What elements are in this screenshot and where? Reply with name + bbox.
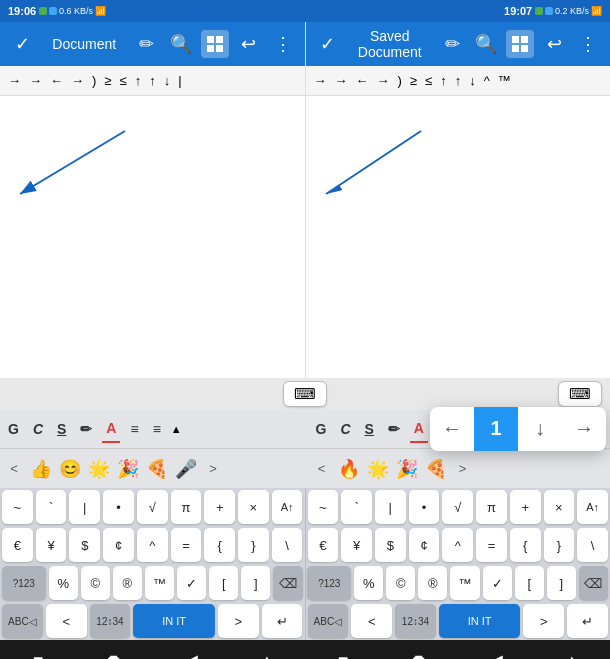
key-times-r[interactable]: × [544,490,575,524]
bottom-back-left[interactable]: ◀ [173,643,209,659]
bottom-circle-right[interactable]: ⏺ [401,643,437,659]
bottom-up-left[interactable]: ▲ [249,643,285,659]
left-pen-icon[interactable]: ✏ [133,30,161,58]
right-undo-icon[interactable]: ↩ [540,30,568,58]
key-rbrace-l[interactable]: } [238,528,269,562]
left-check-icon[interactable]: ✓ [8,30,36,58]
emoji-pizza2[interactable]: 🍕 [422,458,450,480]
kb-right-highlight[interactable]: ✏ [384,415,404,443]
key-num-r[interactable]: 12↕34 [395,604,436,638]
key-init-r[interactable]: IN IT [439,604,521,638]
right-pen-icon[interactable]: ✏ [438,30,466,58]
left-search-icon[interactable]: 🔍 [167,30,195,58]
key-check-r[interactable]: ✓ [483,566,512,600]
key-cent-r[interactable]: ¢ [409,528,440,562]
key-backslash-l[interactable]: \ [272,528,303,562]
np-down-arrow[interactable]: ↓ [518,407,562,451]
kb-right-underline[interactable]: S [361,415,378,443]
kb-left-highlight[interactable]: ✏ [76,415,96,443]
key-dollar-r[interactable]: $ [375,528,406,562]
right-check-icon[interactable]: ✓ [314,30,342,58]
key-times-l[interactable]: × [238,490,269,524]
emoji-right-nav-right[interactable]: > [451,457,475,481]
key-rbrace-r[interactable]: } [544,528,575,562]
key-equals-l[interactable]: = [171,528,202,562]
key-lbracket-l[interactable]: [ [209,566,238,600]
bottom-up-right[interactable]: ▲ [554,643,590,659]
right-keyboard-handle-btn[interactable]: ⌨ [558,381,602,407]
key-yen-r[interactable]: ¥ [341,528,372,562]
key-abc-r[interactable]: ABC◁ [308,604,349,638]
kb-right-color[interactable]: A [410,415,428,443]
kb-left-list[interactable]: ≡ [126,415,142,443]
key-lbracket-r[interactable]: [ [515,566,544,600]
np-number[interactable]: 1 [474,407,518,451]
right-view-icon[interactable] [506,30,534,58]
kb-left-bold[interactable]: G [4,415,23,443]
emoji-left-nav[interactable]: < [2,457,26,481]
kb-left-listnum[interactable]: ≡ [149,415,165,443]
key-backslash-r[interactable]: \ [577,528,608,562]
right-search-icon[interactable]: 🔍 [472,30,500,58]
key-abc-l[interactable]: ABC◁ [2,604,43,638]
key-lbrace-r[interactable]: { [510,528,541,562]
key-gt-l[interactable]: > [218,604,259,638]
key-del-r[interactable]: ⌫ [579,566,608,600]
key-yen-l[interactable]: ¥ [36,528,67,562]
bottom-square-right[interactable]: ■ [325,643,361,659]
key-tm-l[interactable]: ™ [145,566,174,600]
key-cent-l[interactable]: ¢ [103,528,134,562]
emoji-pizza[interactable]: 🍕 [143,458,171,480]
key-pipe-r[interactable]: | [375,490,406,524]
np-left-arrow[interactable]: ← [430,407,474,451]
key-sqrt-l[interactable]: √ [137,490,168,524]
key-pi-r[interactable]: π [476,490,507,524]
key-gt-r[interactable]: > [523,604,564,638]
kb-left-italic[interactable]: C [29,415,47,443]
emoji-star[interactable]: 🌟 [85,458,113,480]
key-tm-r[interactable]: ™ [450,566,479,600]
key-plus-r[interactable]: + [510,490,541,524]
kb-right-bold[interactable]: G [312,415,331,443]
left-keyboard-handle-btn[interactable]: ⌨ [283,381,327,407]
kb-left-chevron-up[interactable]: ▲ [171,423,182,435]
key-pct-l[interactable]: % [49,566,78,600]
key-123-l[interactable]: ?123 [2,566,46,600]
key-pi-l[interactable]: π [171,490,202,524]
key-num-l[interactable]: 12↕34 [90,604,131,638]
emoji-smile[interactable]: 😊 [56,458,84,480]
key-copy-r[interactable]: © [386,566,415,600]
key-dollar-l[interactable]: $ [69,528,100,562]
key-pipe-l[interactable]: | [69,490,100,524]
key-lbrace-l[interactable]: { [204,528,235,562]
key-bullet-r[interactable]: • [409,490,440,524]
key-123-r[interactable]: ?123 [307,566,351,600]
left-undo-icon[interactable]: ↩ [235,30,263,58]
kb-right-italic[interactable]: C [336,415,354,443]
key-equals-r[interactable]: = [476,528,507,562]
key-aup-l[interactable]: A↑ [272,490,303,524]
key-backtick-r[interactable]: ` [341,490,372,524]
key-backtick-l[interactable]: ` [36,490,67,524]
bottom-back-right[interactable]: ◀ [478,643,514,659]
key-sqrt-r[interactable]: √ [442,490,473,524]
emoji-left-nav-right[interactable]: > [201,457,225,481]
key-tilde-l[interactable]: ~ [2,490,33,524]
bottom-circle-left[interactable]: ⏺ [96,643,132,659]
key-rbracket-r[interactable]: ] [547,566,576,600]
key-bullet-l[interactable]: • [103,490,134,524]
emoji-star2[interactable]: 🌟 [364,458,392,480]
key-enter-r[interactable]: ↵ [567,604,608,638]
key-caret-r[interactable]: ^ [442,528,473,562]
left-view-icon[interactable] [201,30,229,58]
key-rbracket-l[interactable]: ] [241,566,270,600]
key-check-l[interactable]: ✓ [177,566,206,600]
bottom-square-left[interactable]: ■ [20,643,56,659]
key-caret-l[interactable]: ^ [137,528,168,562]
key-reg-r[interactable]: ® [418,566,447,600]
key-enter-l[interactable]: ↵ [262,604,303,638]
key-pct-r[interactable]: % [354,566,383,600]
emoji-thumbsup[interactable]: 👍 [27,458,55,480]
kb-left-color[interactable]: A [102,415,120,443]
np-right-arrow[interactable]: → [562,407,606,451]
